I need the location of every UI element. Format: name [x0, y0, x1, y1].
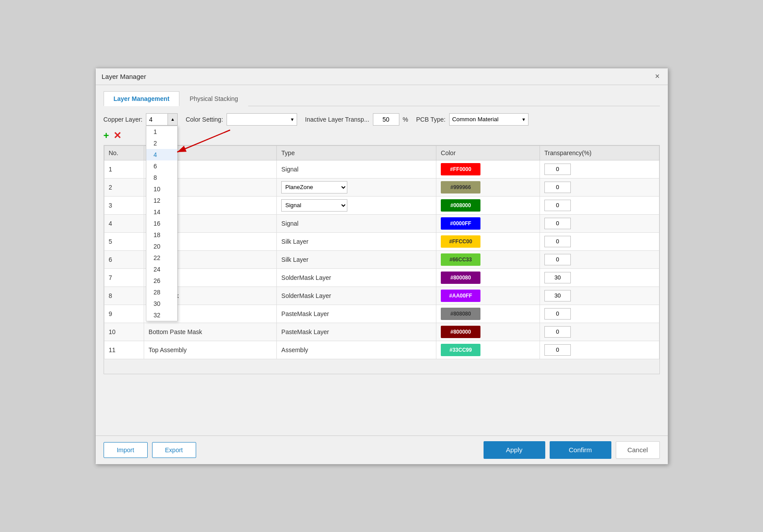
add-remove-row: + ✕ — [104, 131, 660, 141]
cell-type: SolderMask Layer — [277, 286, 436, 305]
col-type: Type — [277, 145, 436, 160]
table-row: 6ilkscreenSilk Layer#66CC33 — [104, 250, 659, 268]
copper-option-16[interactable]: 16 — [146, 218, 177, 229]
copper-layer-input[interactable] — [146, 113, 168, 126]
transparency-input[interactable] — [544, 308, 571, 320]
col-no: No. — [104, 145, 144, 160]
dialog-title: Layer Manager — [102, 73, 146, 80]
table-row: 2PlaneZone#999966 — [104, 178, 659, 196]
transparency-input[interactable] — [544, 200, 571, 211]
copper-option-20[interactable]: 20 — [146, 241, 177, 252]
copper-layer-dropdown: 1 2 4 6 8 10 12 14 16 18 20 22 24 26 — [146, 126, 178, 321]
cancel-button[interactable]: Cancel — [616, 441, 660, 459]
footer-left: Import Export — [104, 442, 196, 458]
cell-color: #FFCC00 — [436, 232, 540, 250]
transparency-input[interactable] — [544, 218, 571, 229]
table-row: 5creenSilk Layer#FFCC00 — [104, 232, 659, 250]
color-swatch[interactable]: #FF0000 — [441, 163, 480, 175]
copper-option-2[interactable]: 2 — [146, 138, 177, 149]
remove-layer-button[interactable]: ✕ — [113, 131, 121, 141]
type-select[interactable]: Signal — [281, 199, 347, 212]
copper-option-10[interactable]: 10 — [146, 183, 177, 195]
copper-option-24[interactable]: 24 — [146, 264, 177, 275]
inactive-layer-group: Inactive Layer Transp... % — [305, 113, 408, 126]
cell-no: 2 — [104, 178, 144, 196]
cell-type: Silk Layer — [277, 232, 436, 250]
cell-no: 10 — [104, 323, 144, 341]
cell-transparency — [540, 268, 659, 286]
copper-option-28[interactable]: 28 — [146, 286, 177, 298]
pcb-type-select-wrapper: Common Material Other — [449, 113, 529, 126]
copper-option-1[interactable]: 1 — [146, 126, 177, 138]
close-button[interactable]: × — [653, 72, 662, 81]
transparency-input[interactable] — [544, 254, 571, 265]
color-swatch[interactable]: #0000FF — [441, 217, 480, 230]
cell-type: Silk Layer — [277, 250, 436, 268]
copper-option-26[interactable]: 26 — [146, 275, 177, 286]
copper-option-8[interactable]: 8 — [146, 172, 177, 183]
cell-type: Signal — [277, 214, 436, 232]
export-button[interactable]: Export — [152, 442, 196, 458]
tabs-container: Layer Management Physical Stacking — [104, 91, 660, 106]
cell-transparency — [540, 341, 659, 359]
copper-option-4[interactable]: 4 — [146, 149, 177, 160]
color-swatch[interactable]: #66CC33 — [441, 253, 480, 266]
dialog-titlebar: Layer Manager × — [96, 68, 668, 85]
table-row: 11Top AssemblyAssembly#33CC99 — [104, 341, 659, 359]
copper-layer-label: Copper Layer: — [104, 116, 143, 123]
transparency-input[interactable] — [544, 236, 571, 247]
transparency-input[interactable] — [544, 272, 571, 283]
pcb-type-select[interactable]: Common Material Other — [449, 113, 529, 126]
copper-layer-select: ▲ 1 2 4 6 8 10 12 14 16 18 20 — [146, 113, 178, 126]
table-row: 4Signal#0000FF — [104, 214, 659, 232]
color-setting-group: Color Setting: — [186, 113, 297, 126]
copper-option-32[interactable]: 32 — [146, 309, 177, 321]
copper-option-14[interactable]: 14 — [146, 206, 177, 218]
color-swatch[interactable]: #999966 — [441, 181, 480, 193]
type-select[interactable]: PlaneZone — [281, 181, 347, 193]
confirm-button[interactable]: Confirm — [550, 441, 611, 459]
cell-color: #008000 — [436, 196, 540, 214]
pcb-type-label: PCB Type: — [416, 116, 446, 123]
transparency-input[interactable] — [544, 326, 571, 338]
color-swatch[interactable]: #33CC99 — [441, 344, 480, 356]
transparency-input[interactable] — [544, 164, 571, 175]
color-swatch[interactable]: #800000 — [441, 326, 480, 338]
inactive-layer-input[interactable] — [373, 113, 399, 126]
table-row: 1Signal#FF0000 — [104, 160, 659, 178]
transparency-input[interactable] — [544, 290, 571, 301]
transparency-input[interactable] — [544, 182, 571, 193]
cell-transparency — [540, 250, 659, 268]
copper-option-12[interactable]: 12 — [146, 195, 177, 206]
cell-transparency — [540, 196, 659, 214]
copper-option-18[interactable]: 18 — [146, 229, 177, 241]
apply-button[interactable]: Apply — [484, 441, 545, 459]
color-setting-select[interactable] — [227, 113, 297, 126]
tab-physical-stacking[interactable]: Physical Stacking — [179, 91, 248, 106]
chevron-up-icon: ▲ — [171, 117, 175, 122]
cell-no: 1 — [104, 160, 144, 178]
color-swatch[interactable]: #AA00FF — [441, 290, 480, 302]
copper-option-22[interactable]: 22 — [146, 252, 177, 264]
cell-type[interactable]: PlaneZone — [277, 178, 436, 196]
color-swatch[interactable]: #800080 — [441, 272, 480, 284]
copper-option-6[interactable]: 6 — [146, 160, 177, 172]
cell-no: 5 — [104, 232, 144, 250]
import-button[interactable]: Import — [104, 442, 148, 458]
cell-transparency — [540, 214, 659, 232]
tab-layer-management[interactable]: Layer Management — [104, 91, 180, 106]
add-layer-button[interactable]: + — [104, 131, 109, 141]
transparency-input[interactable] — [544, 344, 571, 356]
col-transparency: Transparency(%) — [540, 145, 659, 160]
cell-no: 3 — [104, 196, 144, 214]
footer-right: Apply Confirm Cancel — [484, 441, 660, 459]
table-row: 3Signal#008000 — [104, 196, 659, 214]
copper-layer-dropdown-arrow[interactable]: ▲ — [168, 113, 178, 126]
cell-color: #800080 — [436, 268, 540, 286]
color-swatch[interactable]: #008000 — [441, 199, 480, 212]
color-swatch[interactable]: #FFCC00 — [441, 235, 480, 248]
color-swatch[interactable]: #808080 — [441, 308, 480, 320]
cell-type: Assembly — [277, 341, 436, 359]
copper-option-30[interactable]: 30 — [146, 298, 177, 309]
cell-type[interactable]: Signal — [277, 196, 436, 214]
